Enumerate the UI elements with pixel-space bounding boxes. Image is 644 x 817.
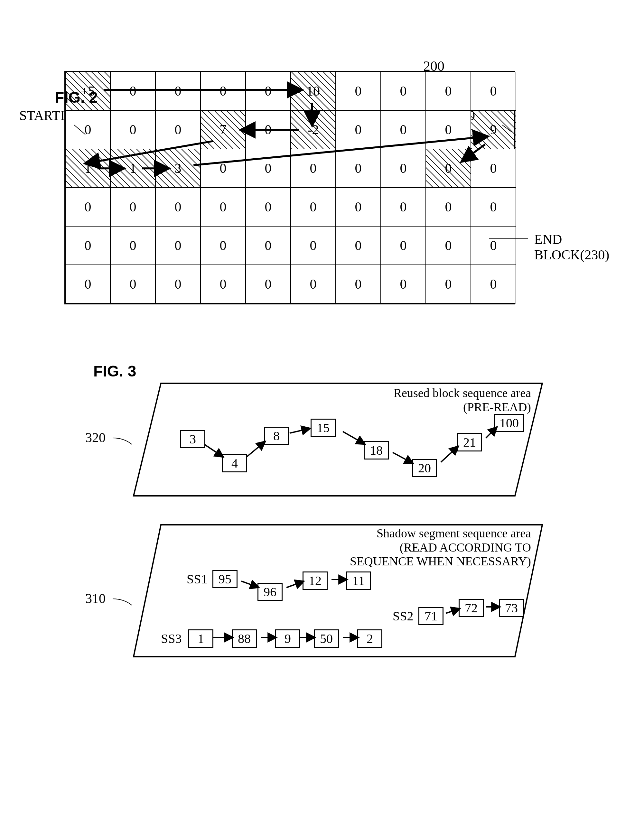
shadow-title-line2: (READ ACCORDING TO <box>400 541 531 554</box>
shadow-area-title: Shadow segment sequence area (READ ACCOR… <box>350 526 531 569</box>
grid-cell: 0 <box>291 226 336 265</box>
cell-value: 0 <box>309 161 317 176</box>
cell-value: 0 <box>174 83 182 99</box>
grid-cell: 0 <box>201 72 245 110</box>
cell-value: 0 <box>129 199 137 215</box>
ss2-node: 72 <box>458 599 484 617</box>
node-value: 50 <box>320 632 333 646</box>
svg-line-13 <box>246 441 265 457</box>
shadow-title-line1: Shadow segment sequence area <box>377 526 531 540</box>
grid-cell: 0 <box>471 265 516 304</box>
grid-cell: 0 <box>336 188 381 226</box>
reused-node: 100 <box>494 414 524 432</box>
grid-cell: 0 <box>110 226 155 265</box>
grid-cell: 10 <box>291 72 336 110</box>
ss1-node: 11 <box>346 572 371 590</box>
ss2-node: 73 <box>499 599 524 617</box>
cell-value: 9 <box>489 122 498 137</box>
cell-value: 0 <box>219 83 227 99</box>
ss3-node: 1 <box>188 629 213 648</box>
grid-cell: 0 <box>381 72 426 110</box>
grid-cell: 0 <box>155 110 201 149</box>
grid-cell: 0 <box>245 188 291 226</box>
grid-cell: 0 <box>426 110 471 149</box>
cell-value: 0 <box>219 199 227 215</box>
ref-310: 310 <box>85 591 106 606</box>
cell-value: 0 <box>264 276 272 292</box>
grid-cell: 0 <box>291 149 336 188</box>
grid-cell: 0 <box>426 265 471 304</box>
grid-cell: -2 <box>291 110 336 149</box>
node-value: 100 <box>500 416 519 430</box>
grid-cell: 0 <box>426 188 471 226</box>
grid-cell: 0 <box>381 110 426 149</box>
ref-310-leader-icon <box>113 597 135 610</box>
cell-value: 0 <box>174 238 182 253</box>
cell-value: 0 <box>309 276 317 292</box>
ss3-node: 50 <box>314 629 339 648</box>
svg-line-17 <box>441 446 458 462</box>
cell-value: 0 <box>174 276 182 292</box>
grid-cell: 0 <box>65 265 110 304</box>
cell-value: 1 <box>129 161 137 176</box>
grid-cell: 0 <box>201 188 245 226</box>
grid-cell: 0 <box>471 149 516 188</box>
cell-value: 0 <box>219 238 227 253</box>
cell-value: 0 <box>354 199 362 215</box>
grid-cell: 0 <box>381 149 426 188</box>
grid-cell: 0 <box>426 72 471 110</box>
reused-node: 4 <box>222 454 247 472</box>
block-grid: +5000010000000070-2000911300000000000000… <box>64 71 515 304</box>
ref-320-leader-icon <box>113 436 135 449</box>
cell-value: 0 <box>445 161 452 176</box>
svg-line-20 <box>241 581 259 587</box>
cell-value: 0 <box>309 199 317 215</box>
grid-cell: 0 <box>110 72 155 110</box>
ss3-node: 88 <box>232 629 257 648</box>
cell-value: 10 <box>306 83 320 99</box>
node-value: 4 <box>232 456 238 471</box>
grid-cell: 0 <box>426 149 471 188</box>
node-value: 9 <box>285 632 291 646</box>
ss1-node: 95 <box>212 570 238 588</box>
grid-cell: 0 <box>291 188 336 226</box>
reused-node: 15 <box>311 418 336 437</box>
node-value: 2 <box>366 632 373 646</box>
node-value: 1 <box>198 632 204 646</box>
grid-cell: 0 <box>426 226 471 265</box>
cell-value: 0 <box>445 199 452 215</box>
grid-cell: 0 <box>471 188 516 226</box>
grid-cell: 0 <box>336 110 381 149</box>
cell-value: 0 <box>399 199 408 215</box>
cell-value: 0 <box>219 276 227 292</box>
node-value: 95 <box>219 572 232 586</box>
grid-cell: 7 <box>201 110 245 149</box>
reused-area-title: Reused block sequence area (PRE-READ) <box>394 386 531 414</box>
ss3-node: 2 <box>357 629 382 648</box>
cell-value: 0 <box>264 161 272 176</box>
cell-value: 0 <box>399 238 408 253</box>
grid-cell: 0 <box>245 226 291 265</box>
cell-value: 0 <box>84 122 92 137</box>
cell-value: 0 <box>489 161 498 176</box>
reused-node: 18 <box>364 441 389 460</box>
cell-value: 0 <box>399 276 408 292</box>
cell-value: 0 <box>174 122 182 137</box>
grid-cell: 3 <box>155 149 201 188</box>
ss1-label: SS1 <box>187 572 208 587</box>
grid-cell: 0 <box>110 188 155 226</box>
cell-value: 0 <box>399 83 408 99</box>
reused-node: 20 <box>412 459 437 477</box>
reused-block-area: Reused block sequence area (PRE-READ) 32… <box>132 382 544 497</box>
cell-value: -2 <box>307 122 320 137</box>
svg-line-14 <box>290 428 311 433</box>
grid-cell: 0 <box>155 188 201 226</box>
reused-title-line1: Reused block sequence area <box>394 386 531 400</box>
node-value: 15 <box>317 421 330 435</box>
grid-cell: 0 <box>245 149 291 188</box>
grid-cell: 0 <box>65 188 110 226</box>
node-value: 73 <box>505 601 518 615</box>
grid-cell: 0 <box>381 188 426 226</box>
reused-node: 8 <box>264 427 289 445</box>
cell-value: 0 <box>445 276 452 292</box>
